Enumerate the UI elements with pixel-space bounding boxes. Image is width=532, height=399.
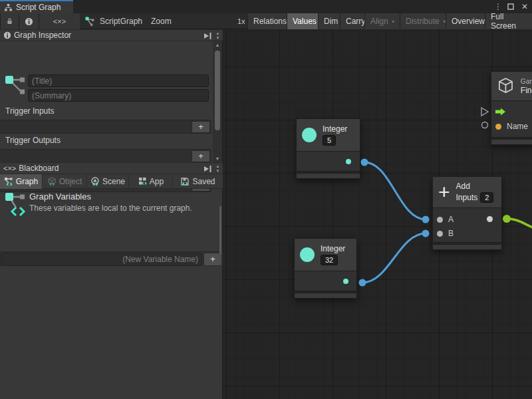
node-body: A B	[432, 208, 502, 243]
integer-type-icon	[300, 247, 315, 262]
graph-variables-icon	[4, 177, 13, 186]
output-port[interactable]	[346, 159, 351, 164]
info-icon	[3, 31, 11, 39]
tab-title: Script Graph	[16, 3, 61, 12]
trigger-outputs-list: +	[0, 149, 211, 163]
trigger-inputs-label: Trigger Inputs	[5, 106, 55, 116]
add-trigger-output-button[interactable]: +	[192, 150, 210, 162]
fullscreen-button[interactable]: Full Screen	[485, 13, 532, 29]
tab-script-graph[interactable]: Script Graph	[0, 0, 73, 13]
scriptgraph-icon	[84, 17, 95, 27]
integer-type-icon	[302, 128, 317, 142]
window-tab-bar: Script Graph ⋮ ✕	[0, 0, 532, 13]
tab-object[interactable]: Object	[43, 174, 87, 189]
relations-button[interactable]: Relations	[247, 13, 292, 29]
lock-button[interactable]	[0, 13, 19, 29]
node-subtitle: GameObject	[521, 78, 532, 85]
add-trigger-input-button[interactable]: +	[192, 121, 210, 133]
info-icon	[25, 17, 33, 26]
integer-value-field[interactable]: 32	[321, 255, 338, 265]
angle-x-icon: <×>	[3, 164, 16, 172]
side-panel: Graph Inspector ▲▼ Trigger Inputs + Trig…	[0, 29, 223, 399]
graph-variables-description: These variables are local to the current…	[29, 203, 192, 213]
close-icon[interactable]: ✕	[519, 1, 531, 13]
scroll-down-icon[interactable]: ▼	[213, 156, 222, 161]
tab-app[interactable]: App	[129, 174, 173, 189]
blackboard-header: <×> Blackboard ▲▼	[0, 162, 223, 174]
info-button[interactable]	[19, 13, 39, 29]
node-footer	[296, 173, 360, 179]
blackboard-title: Blackboard	[19, 164, 59, 173]
graph-summary-input[interactable]	[28, 89, 209, 102]
node-integer-32[interactable]: Integer 32	[294, 238, 357, 299]
saved-floppy-icon	[180, 177, 190, 186]
new-variable-input[interactable]	[1, 253, 202, 266]
trigger-input-port[interactable]	[495, 108, 506, 116]
new-variable-row: +	[0, 251, 223, 266]
node-header[interactable]: Integer 5	[296, 118, 360, 152]
distribute-button[interactable]: Distribute▼	[400, 13, 452, 29]
inspector-scrollbar[interactable]: ▲ ▼	[213, 41, 222, 162]
node-body: Name	[491, 101, 532, 138]
window-menu-icon[interactable]: ⋮	[492, 1, 504, 13]
add-variable-button[interactable]: +	[203, 253, 222, 266]
inputs-count-field[interactable]: 2	[480, 192, 493, 203]
trigger-outputs-label: Trigger Outputs	[5, 136, 61, 145]
node-add[interactable]: + Add Inputs 2 A B	[432, 176, 502, 250]
zoom-label: Zoom	[151, 13, 172, 29]
missing-value-marker-icon	[481, 121, 489, 129]
tab-graph[interactable]: Graph	[0, 174, 43, 189]
node-footer	[432, 244, 502, 250]
graph-inspector-header: Graph Inspector ▲▼	[0, 29, 223, 41]
gameobject-cube-icon	[497, 77, 515, 95]
missing-trigger-marker-icon	[479, 106, 490, 117]
port-b-label: B	[448, 229, 454, 238]
output-port[interactable]	[487, 216, 493, 222]
node-header[interactable]: + Add Inputs 2	[432, 176, 502, 208]
node-integer-5[interactable]: Integer 5	[296, 118, 360, 179]
add-operator-icon: +	[438, 184, 450, 201]
trigger-inputs-list: +	[0, 120, 211, 134]
node-header[interactable]: Integer 32	[294, 238, 357, 271]
tab-saved[interactable]: Saved	[173, 174, 223, 189]
graph-inspector-title: Graph Inspector	[14, 31, 71, 40]
graph-title-input[interactable]	[28, 74, 209, 87]
output-port[interactable]	[343, 279, 348, 284]
app-grid-icon	[138, 177, 147, 186]
node-footer	[294, 293, 357, 299]
input-port-b[interactable]	[437, 231, 443, 237]
align-button[interactable]: Align▼	[364, 13, 401, 29]
node-gameobject-find[interactable]: GameObject Find Name	[491, 71, 532, 145]
integer-value-field[interactable]: 5	[323, 135, 336, 146]
dock-panel-icon[interactable]	[203, 32, 212, 40]
node-header[interactable]: GameObject Find	[491, 71, 532, 101]
angle-x-icon: <×>	[53, 17, 66, 25]
chevron-down-icon: ▼	[391, 19, 396, 24]
dock-panel-icon[interactable]	[203, 165, 212, 173]
node-body	[296, 152, 360, 172]
port-name-label: Name	[507, 122, 528, 131]
lock-icon	[6, 17, 13, 26]
scroll-up-icon[interactable]: ▲	[213, 43, 222, 47]
blackboard-scrollbar-thumb[interactable]	[219, 206, 221, 254]
node-title: Find	[521, 86, 532, 95]
inputs-label: Inputs	[456, 193, 478, 202]
scene-icon	[90, 177, 100, 186]
graph-variables-icon	[4, 192, 28, 218]
overview-button[interactable]: Overview	[446, 13, 490, 29]
graph-toolbar: <×> ScriptGraph Zoom 1x Relations Values…	[0, 13, 532, 29]
graph-icon	[4, 74, 27, 97]
node-title: Add	[456, 182, 470, 191]
graph-canvas[interactable]: Integer 5 Integer 32	[223, 29, 532, 399]
scroll-arrows[interactable]: ▲▼	[213, 31, 222, 41]
input-port-name[interactable]	[495, 124, 501, 130]
maximize-icon[interactable]	[505, 1, 517, 13]
values-button[interactable]: Values	[287, 13, 322, 29]
graph-name-label: ScriptGraph	[100, 13, 142, 29]
code-view-button[interactable]: <×>	[39, 13, 80, 29]
tab-scene[interactable]: Scene	[87, 174, 129, 189]
scrollbar-thumb[interactable]	[215, 51, 220, 130]
scroll-arrows[interactable]: ▲▼	[213, 164, 222, 174]
input-port-a[interactable]	[437, 217, 443, 223]
graph-variables-title: Graph Variables	[29, 192, 91, 201]
